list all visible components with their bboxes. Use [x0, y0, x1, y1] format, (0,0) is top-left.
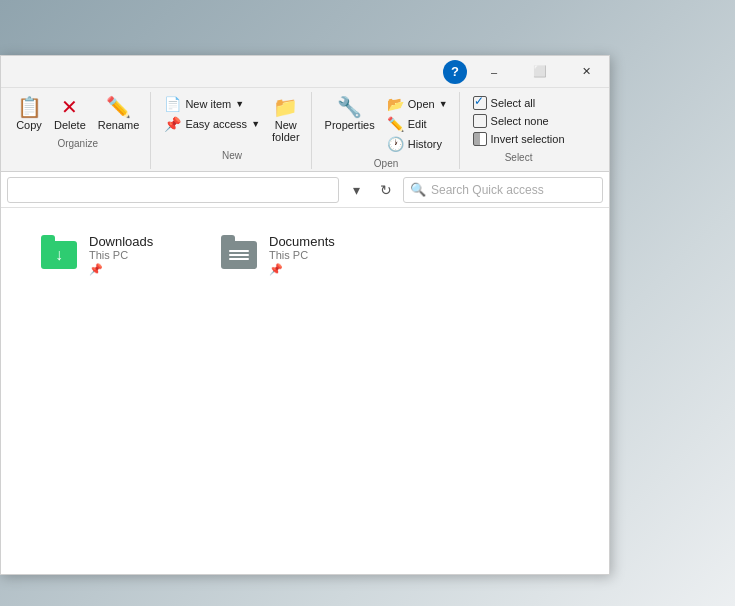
organize-group-label: Organize [57, 138, 98, 149]
address-bar: ▾ ↻ 🔍 Search Quick access [1, 172, 609, 208]
close-button[interactable]: ✕ [563, 56, 609, 88]
address-dropdown-button[interactable]: ▾ [343, 177, 369, 203]
select-all-icon [473, 96, 487, 110]
properties-button[interactable]: 🔧 Properties [320, 94, 380, 134]
maximize-button[interactable]: ⬜ [517, 56, 563, 88]
title-bar-controls: ? – ⬜ ✕ [443, 56, 609, 87]
pin-icon: 📌 [269, 263, 335, 276]
minimize-button[interactable]: – [471, 56, 517, 88]
ribbon: 📋 Copy ✕ Delete ✏️ Rename Organize [1, 88, 609, 172]
select-none-icon [473, 114, 487, 128]
select-group-label: Select [505, 152, 533, 163]
organize-group: 📋 Copy ✕ Delete ✏️ Rename Organize [5, 92, 151, 169]
folder-name: Documents [269, 234, 335, 249]
delete-icon: ✕ [61, 97, 78, 117]
folder-name: Downloads [89, 234, 153, 249]
easy-access-button[interactable]: 📌 Easy access ▼ [159, 114, 265, 134]
invert-selection-button[interactable]: Invert selection [468, 130, 570, 148]
select-none-button[interactable]: Select none [468, 112, 570, 130]
download-arrow-icon: ↓ [55, 246, 63, 264]
invert-selection-icon [473, 132, 487, 146]
documents-folder-icon [219, 235, 259, 275]
title-bar: ? – ⬜ ✕ [1, 56, 609, 88]
content-area: ↓ Downloads This PC 📌 [1, 208, 609, 574]
open-dropdown-icon: ▼ [439, 99, 448, 109]
edit-icon: ✏️ [387, 116, 404, 132]
open-icon: 📂 [387, 96, 404, 112]
new-item-dropdown-icon: ▼ [235, 99, 244, 109]
select-all-button[interactable]: Select all [468, 94, 570, 112]
rename-button[interactable]: ✏️ Rename [93, 94, 145, 134]
select-group: Select all Select none Invert selection … [462, 92, 576, 169]
doc-lines [229, 250, 249, 260]
open-group-label: Open [374, 158, 398, 169]
search-icon: 🔍 [410, 182, 426, 197]
delete-button[interactable]: ✕ Delete [49, 94, 91, 134]
edit-button[interactable]: ✏️ Edit [382, 114, 453, 134]
new-group: 📄 New item ▼ 📌 Easy access ▼ 📁 New folde… [153, 92, 311, 169]
folder-path: This PC [269, 249, 335, 261]
list-item[interactable]: ↓ Downloads This PC 📌 [31, 228, 171, 282]
history-button[interactable]: 🕐 History [382, 134, 453, 154]
properties-icon: 🔧 [337, 97, 362, 117]
new-item-button[interactable]: 📄 New item ▼ [159, 94, 265, 114]
open-group: 🔧 Properties 📂 Open ▼ ✏️ Edit [314, 92, 460, 169]
new-group-label: New [222, 150, 242, 161]
help-button[interactable]: ? [443, 60, 467, 84]
file-explorer-window: ? – ⬜ ✕ 📋 Copy ✕ Delete [0, 55, 610, 575]
copy-icon: 📋 [17, 97, 42, 117]
new-item-icon: 📄 [164, 96, 181, 112]
ribbon-row: 📋 Copy ✕ Delete ✏️ Rename Organize [1, 88, 609, 171]
history-icon: 🕐 [387, 136, 404, 152]
new-folder-button[interactable]: 📁 New folder [267, 94, 305, 146]
downloads-folder-icon: ↓ [39, 235, 79, 275]
new-folder-icon: 📁 [273, 97, 298, 117]
easy-access-dropdown-icon: ▼ [251, 119, 260, 129]
open-button[interactable]: 📂 Open ▼ [382, 94, 453, 114]
list-item[interactable]: Documents This PC 📌 [211, 228, 351, 282]
search-box[interactable]: 🔍 Search Quick access [403, 177, 603, 203]
address-input[interactable] [7, 177, 339, 203]
easy-access-icon: 📌 [164, 116, 181, 132]
search-placeholder: Search Quick access [431, 183, 544, 197]
copy-button[interactable]: 📋 Copy [11, 94, 47, 134]
quick-access-area: ↓ Downloads This PC 📌 [1, 208, 609, 302]
refresh-button[interactable]: ↻ [373, 177, 399, 203]
folder-path: This PC [89, 249, 153, 261]
pin-icon: 📌 [89, 263, 153, 276]
rename-icon: ✏️ [106, 97, 131, 117]
